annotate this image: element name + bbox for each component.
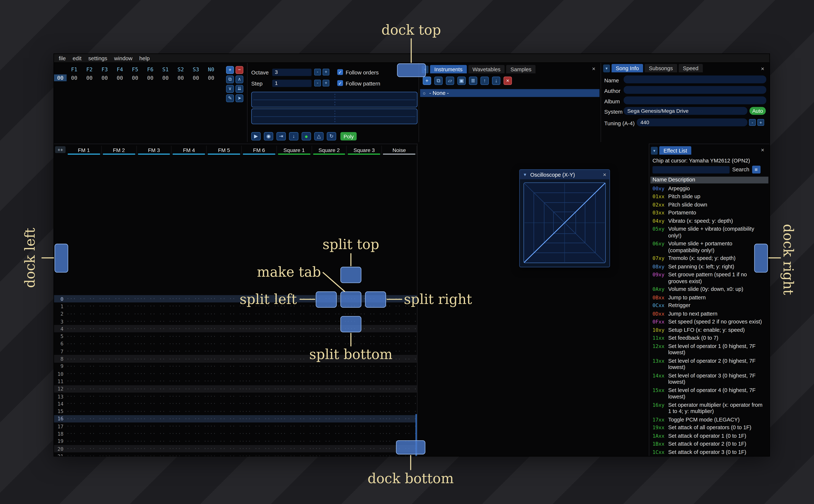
pattern-cell[interactable]: ··· ·· ·· ··· (207, 424, 242, 429)
pattern-cell[interactable]: ··· ·· ·· ··· (137, 446, 172, 451)
effect-row[interactable]: 09xySet groove pattern (speed 1 if no gr… (650, 271, 769, 286)
orders-cell[interactable]: 00 (158, 74, 173, 81)
pattern-cell[interactable]: ··· ·· ·· ··· (137, 304, 172, 309)
pattern-cell[interactable]: ··· ·· ·· ··· (312, 416, 347, 421)
effect-row[interactable]: 13xxSet level of operator 2 (0 highest, … (650, 357, 769, 372)
pattern-cell[interactable]: ··· ·· ·· ··· (172, 319, 207, 324)
effect-row[interactable]: 0DxxJump to next pattern (650, 310, 769, 318)
pattern-cell[interactable]: ··· ·· ·· ··· (242, 334, 277, 339)
dock-bottom-target[interactable] (396, 440, 425, 454)
description-column-header[interactable]: Description (668, 177, 768, 183)
pattern-cell[interactable]: ··· ·· ·· ··· (312, 371, 347, 376)
pattern-cell[interactable]: ··· ·· ·· ··· (172, 311, 207, 316)
auto-button[interactable]: Auto (750, 107, 766, 115)
pattern-cell[interactable]: ··· ·· ·· ··· (67, 296, 102, 301)
channel-header[interactable]: FM 4 (172, 146, 207, 155)
pattern-cell[interactable]: ··· ·· ·· ··· (207, 296, 242, 301)
effect-row[interactable]: 00xyArpeggio (650, 185, 769, 193)
pattern-cell[interactable]: ··· ·· ·· ··· (172, 334, 207, 339)
pattern-row[interactable]: 16··· ·· ·· ······ ·· ·· ······ ·· ·· ··… (54, 415, 418, 423)
orders-cell[interactable]: 00 (173, 74, 188, 81)
pattern-cell[interactable]: ··· ·· ·· ··· (347, 394, 382, 399)
orders-move-down-button[interactable]: ∨ (226, 85, 234, 93)
pattern-cell[interactable]: ··· ·· ·· ··· (277, 439, 312, 444)
instrument-delete-button[interactable]: × (504, 76, 512, 85)
pattern-cell[interactable]: ··· ·· ·· ··· (137, 416, 172, 421)
pattern-cell[interactable]: ··· ·· ·· ··· (172, 416, 207, 421)
effect-row[interactable]: 0AxyVolume slide (0y: down, x0: up) (650, 285, 769, 293)
pattern-cell[interactable]: ··· ·· ·· ··· (277, 334, 312, 339)
pattern-cell[interactable]: ··· ·· ·· ··· (382, 364, 417, 369)
pattern-cell[interactable]: ··· ·· ·· ··· (347, 401, 382, 406)
pattern-cell[interactable]: ··· ·· ·· ··· (277, 319, 312, 324)
instrument-open-button[interactable]: ▱ (446, 76, 455, 85)
instrument-add-button[interactable]: + (423, 76, 431, 85)
pattern-row[interactable]: 19··· ·· ·· ······ ·· ·· ······ ·· ·· ··… (54, 438, 418, 445)
pattern-cell[interactable]: ··· ·· ·· ··· (382, 416, 417, 421)
pattern-cell[interactable]: ··· ·· ·· ··· (67, 386, 102, 391)
pattern-cell[interactable]: ··· ·· ·· ··· (207, 409, 242, 414)
pattern-cell[interactable]: ··· ·· ·· ··· (277, 454, 312, 456)
menu-item-help[interactable]: help (139, 55, 150, 61)
orders-duplicate-button[interactable]: ⧉ (226, 76, 234, 83)
pattern-cell[interactable]: ··· ·· ·· ··· (137, 401, 172, 406)
pattern-row[interactable]: 5··· ·· ·· ······ ·· ·· ······ ·· ·· ···… (54, 333, 418, 340)
pattern-cell[interactable]: ··· ·· ·· ··· (102, 371, 137, 376)
pattern-cell[interactable]: ··· ·· ·· ··· (102, 409, 137, 414)
octave-decrease-button[interactable]: - (314, 69, 321, 76)
pattern-cell[interactable]: ··· ·· ·· ··· (347, 431, 382, 436)
pattern-cell[interactable]: ··· ·· ·· ··· (382, 371, 417, 376)
pattern-cell[interactable]: ··· ·· ·· ··· (382, 341, 417, 346)
pattern-cell[interactable]: ··· ·· ·· ··· (382, 311, 417, 316)
name-input[interactable] (624, 76, 766, 83)
tuning-increase-button[interactable]: + (757, 119, 764, 126)
pattern-cell[interactable]: ··· ·· ·· ··· (137, 424, 172, 429)
pattern-cell[interactable]: ··· ·· ·· ··· (207, 439, 242, 444)
orders-cell[interactable]: 00 (67, 74, 82, 81)
pattern-cell[interactable]: ··· ·· ·· ··· (137, 349, 172, 354)
pattern-cell[interactable]: ··· ·· ·· ··· (67, 311, 102, 316)
pattern-cell[interactable]: ··· ·· ·· ··· (347, 424, 382, 429)
pattern-cell[interactable]: ··· ·· ·· ··· (67, 341, 102, 346)
pattern-cell[interactable]: ··· ·· ·· ··· (172, 394, 207, 399)
album-input[interactable] (624, 97, 766, 104)
pattern-cell[interactable]: ··· ·· ·· ··· (312, 424, 347, 429)
effect-row[interactable]: 10xySetup LFO (x: enable; y: speed) (650, 326, 769, 334)
orders-remove-button[interactable]: − (235, 66, 243, 74)
pattern-cell[interactable]: ··· ·· ·· ··· (172, 364, 207, 369)
pattern-cell[interactable]: ··· ·· ·· ··· (67, 326, 102, 331)
pattern-cell[interactable]: ··· ·· ·· ··· (172, 409, 207, 414)
channel-header[interactable]: FM 6 (242, 146, 277, 155)
pattern-cell[interactable]: ··· ·· ·· ··· (312, 409, 347, 414)
dock-top-target[interactable] (397, 63, 426, 77)
instrument-move-down-button[interactable]: ↓ (492, 76, 501, 85)
pattern-cell[interactable]: ··· ·· ·· ··· (347, 311, 382, 316)
pattern-cell[interactable]: ··· ·· ·· ··· (312, 431, 347, 436)
make-tab-target[interactable] (340, 291, 361, 308)
pattern-cell[interactable]: ··· ·· ·· ··· (312, 394, 347, 399)
step-decrease-button[interactable]: - (314, 80, 321, 87)
pattern-cell[interactable]: ··· ·· ·· ··· (207, 334, 242, 339)
pattern-cell[interactable]: ··· ·· ·· ··· (102, 349, 137, 354)
pattern-cell[interactable]: ··· ·· ·· ··· (102, 319, 137, 324)
pattern-cell[interactable]: ··· ·· ·· ··· (172, 371, 207, 376)
pattern-cell[interactable]: ··· ·· ·· ··· (102, 296, 137, 301)
channel-header[interactable]: Square 3 (347, 146, 382, 155)
effect-row[interactable]: 1BxxSet attack of operator 2 (0 to 1F) (650, 440, 769, 448)
pattern-cell[interactable]: ··· ·· ·· ··· (242, 356, 277, 361)
pattern-cell[interactable]: ··· ·· ·· ··· (207, 446, 242, 451)
pattern-cell[interactable]: ··· ·· ·· ··· (242, 416, 277, 421)
pattern-cell[interactable]: ··· ·· ·· ··· (207, 341, 242, 346)
pattern-cell[interactable]: ··· ·· ·· ··· (242, 401, 277, 406)
orders-cell[interactable]: 00 (143, 74, 158, 81)
pattern-cell[interactable]: ··· ·· ·· ··· (242, 454, 277, 456)
instruments-close-icon[interactable]: × (590, 65, 598, 72)
pattern-cell[interactable]: ··· ·· ·· ··· (347, 371, 382, 376)
orders-deep-clone-button[interactable]: ✎ (226, 94, 234, 102)
instrument-save-button[interactable]: ▣ (457, 76, 466, 85)
effect-row[interactable]: 17xxToggle PCM mode (LEGACY) (650, 416, 769, 424)
pattern-cell[interactable]: ··· ·· ·· ··· (312, 454, 347, 456)
menu-item-settings[interactable]: settings (88, 55, 107, 61)
pattern-cell[interactable]: ··· ·· ·· ··· (242, 311, 277, 316)
pattern-cell[interactable]: ··· ·· ·· ··· (207, 416, 242, 421)
